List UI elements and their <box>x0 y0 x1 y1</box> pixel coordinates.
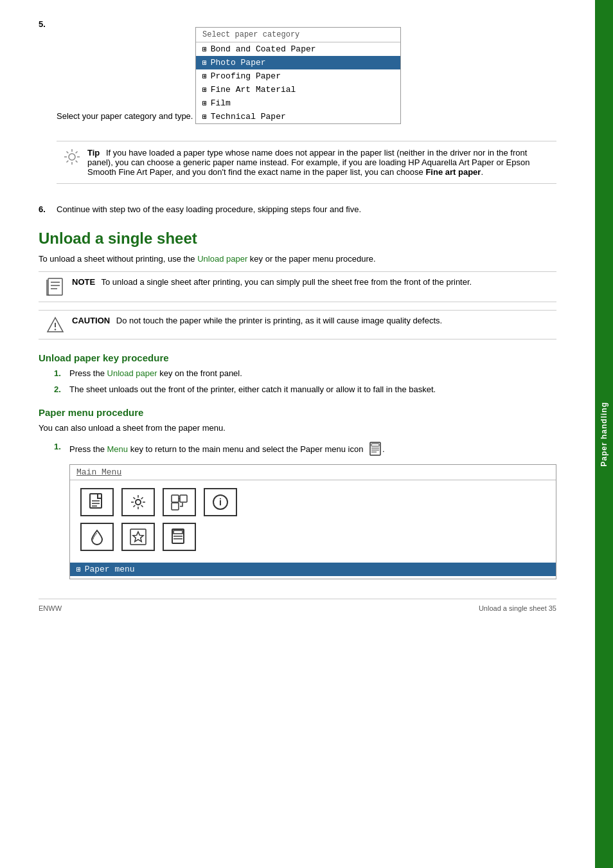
unload-paper-link-2[interactable]: Unload paper <box>107 368 157 378</box>
caution-text: CAUTION Do not touch the paper while the… <box>72 316 442 325</box>
menu-item-paper-menu[interactable]: ⊞ Paper menu <box>70 563 556 576</box>
caution-label: CAUTION <box>72 316 110 325</box>
menu-icon-photo: ⊞ <box>202 59 207 67</box>
tip-text: Tip If you have loaded a paper type whos… <box>87 148 550 177</box>
note-label: NOTE <box>72 277 95 287</box>
menu-cell-info[interactable]: i <box>204 488 237 516</box>
svg-rect-36 <box>173 530 182 534</box>
caution-body: Do not touch the paper while the printer… <box>116 316 442 325</box>
svg-rect-26 <box>172 495 179 502</box>
svg-line-6 <box>76 161 78 163</box>
menu-item-film[interactable]: ⊞ Film <box>196 96 400 110</box>
menu-icon-proofing: ⊞ <box>202 72 207 80</box>
svg-line-8 <box>67 161 69 163</box>
unload-step-2: 2. The sheet unloads out the front of th… <box>54 384 556 394</box>
caution-icon <box>45 316 66 334</box>
unload-step-2-content: The sheet unloads out the front of the p… <box>69 384 556 394</box>
section-intro: To unload a sheet without printing, use … <box>39 254 556 264</box>
main-menu-box: Main Menu <box>69 464 556 579</box>
menu-item-proofing-label: Proofing Paper <box>211 71 281 81</box>
main-menu-header: Main Menu <box>70 465 556 480</box>
menu-item-technical[interactable]: ⊞ Technical Paper <box>196 110 400 123</box>
caution-box: CAUTION Do not touch the paper while the… <box>39 310 556 339</box>
menu-header: Select paper category <box>196 28 400 42</box>
svg-rect-27 <box>180 495 187 502</box>
tip-icon <box>63 148 81 169</box>
menu-cell-ink[interactable] <box>80 523 114 551</box>
unload-step-2-num: 2. <box>54 384 69 394</box>
menu-icon-technical: ⊞ <box>202 113 207 121</box>
step-5-number: 5. <box>39 19 57 194</box>
note-icon <box>45 277 66 296</box>
menu-item-technical-label: Technical Paper <box>211 112 286 122</box>
svg-point-25 <box>136 500 141 505</box>
side-tab-label: Paper handling <box>600 402 609 467</box>
unload-step-1: 1. Press the Unload paper key on the fro… <box>54 368 556 378</box>
note-box: NOTE To unload a single sheet after prin… <box>39 271 556 302</box>
menu-item-proofing[interactable]: ⊞ Proofing Paper <box>196 69 400 83</box>
menu-cell-paper[interactable] <box>80 488 114 516</box>
menu-cell-settings[interactable] <box>121 488 155 516</box>
svg-point-0 <box>69 154 75 160</box>
side-tab: Paper handling <box>595 0 613 868</box>
menu-item-paper-menu-label: Paper menu <box>85 565 135 574</box>
note-body: To unload a single sheet after printing,… <box>102 277 472 287</box>
footer-left: ENWW <box>39 604 62 612</box>
menu-row-2 <box>80 523 546 551</box>
svg-line-7 <box>76 152 78 154</box>
step-6-text: Continue with step two of the easy loadi… <box>57 204 361 214</box>
subsection-paper-menu-title: Paper menu procedure <box>39 407 556 418</box>
paper-menu-step-1: 1. Press the Menu key to return to the m… <box>54 442 556 579</box>
menu-cell-transfer[interactable] <box>163 488 196 516</box>
footer-right: Unload a single sheet 35 <box>479 604 556 612</box>
menu-item-bond[interactable]: ⊞ Bond and Coated Paper <box>196 42 400 56</box>
step-6-number: 6. <box>39 204 57 214</box>
svg-line-5 <box>67 152 69 154</box>
menu-item-film-label: Film <box>211 98 231 108</box>
tip-period: . <box>481 167 483 177</box>
svg-rect-28 <box>172 503 179 510</box>
menu-item-fineart[interactable]: ⊞ Fine Art Material <box>196 83 400 96</box>
subsection-unload-title: Unload paper key procedure <box>39 352 556 363</box>
tip-bold: Fine art paper <box>425 167 481 177</box>
svg-marker-34 <box>133 532 143 541</box>
tip-box: Tip If you have loaded a paper type whos… <box>57 141 556 184</box>
menu-item-photo[interactable]: ⊞ Photo Paper <box>196 56 400 69</box>
step-5: 5. Select your paper category and type. … <box>39 19 556 194</box>
menu-icon-fineart: ⊞ <box>202 86 207 94</box>
menu-link[interactable]: Menu <box>107 444 129 454</box>
step-5-text: Select your paper category and type. <box>57 111 193 121</box>
page-footer: ENWW Unload a single sheet 35 <box>39 599 556 612</box>
menu-item-bond-label: Bond and Coated Paper <box>211 44 316 54</box>
paper-menu-icon <box>368 442 382 458</box>
unload-paper-link[interactable]: Unload paper <box>197 254 247 264</box>
menu-icon-bond: ⊞ <box>202 45 207 53</box>
menu-cell-paper2[interactable] <box>163 523 196 551</box>
unload-step-1-content: Press the Unload paper key on the front … <box>69 368 556 378</box>
svg-point-15 <box>55 329 56 330</box>
menu-row-1: i <box>80 488 546 516</box>
section-intro-text: To unload a sheet without printing, use … <box>39 254 197 264</box>
menu-item-photo-label: Photo Paper <box>211 58 266 68</box>
menu-icon-film: ⊞ <box>202 99 207 107</box>
section-title: Unload a single sheet <box>39 230 556 248</box>
svg-rect-17 <box>371 444 379 446</box>
step-6: 6. Continue with step two of the easy lo… <box>39 204 556 214</box>
paper-menu-step-1-content: Press the Menu key to return to the main… <box>69 442 556 579</box>
svg-rect-9 <box>48 278 62 295</box>
menu-cell-favorites[interactable] <box>121 523 155 551</box>
paper-menu-step-1-num: 1. <box>54 442 69 579</box>
svg-text:i: i <box>219 497 222 507</box>
paper-category-menu: Select paper category ⊞ Bond and Coated … <box>195 27 401 124</box>
menu-grid: i <box>70 480 556 563</box>
menu-item-fineart-label: Fine Art Material <box>211 85 296 95</box>
menu-icon-paper-menu: ⊞ <box>76 565 81 574</box>
note-text: NOTE To unload a single sheet after prin… <box>72 277 472 287</box>
paper-menu-intro: You can also unload a sheet from the pap… <box>39 423 556 433</box>
unload-step-1-num: 1. <box>54 368 69 378</box>
tip-label: Tip <box>87 148 100 158</box>
